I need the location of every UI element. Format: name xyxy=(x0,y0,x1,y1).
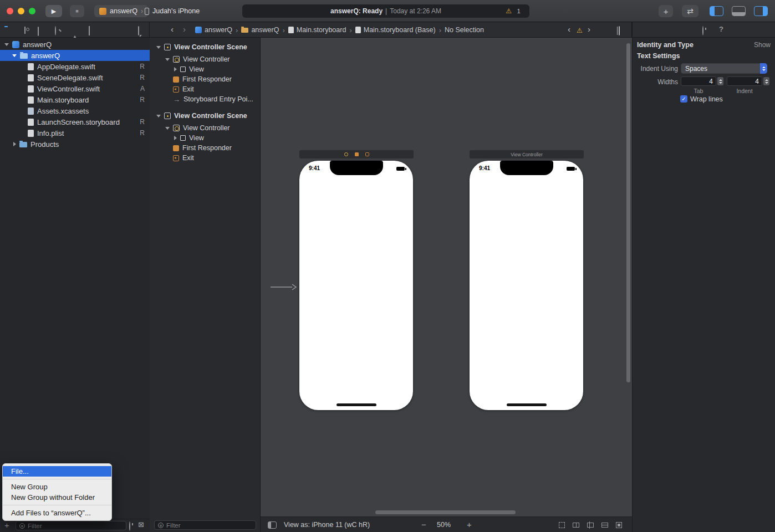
disclosure-closed-icon[interactable] xyxy=(174,136,177,140)
outline-view[interactable]: View xyxy=(150,133,261,143)
editor-layout-button[interactable]: ⇄ xyxy=(682,5,698,17)
menu-item-new-file[interactable]: File... xyxy=(3,466,111,477)
outline-view[interactable]: View xyxy=(150,64,261,74)
disclosure-open-icon[interactable] xyxy=(165,58,170,61)
outline-view-controller[interactable]: View Controller xyxy=(150,123,261,133)
breadcrumb-file-base[interactable]: Main.storyboard (Base) xyxy=(355,26,436,34)
navigator-row-file[interactable]: Info.plist R xyxy=(0,127,150,139)
tab-width-stepper[interactable] xyxy=(717,77,723,85)
breadcrumb-project[interactable]: answerQ xyxy=(195,26,232,34)
view-controller-canvas-2[interactable]: 9:41 xyxy=(470,161,583,410)
navigator-row-file[interactable]: ViewController.swift A xyxy=(0,83,150,94)
stop-button[interactable]: ■ xyxy=(70,5,84,17)
navigator-row-products[interactable]: Products xyxy=(0,139,150,150)
indent-width-field[interactable]: 4 xyxy=(727,76,762,86)
scene-dock[interactable] xyxy=(299,150,414,158)
text-settings-header[interactable]: Text Settings xyxy=(637,52,680,60)
symbol-navigator-tab[interactable] xyxy=(38,27,39,35)
breadcrumb-group[interactable]: answerQ xyxy=(241,26,279,34)
navigator-row-file[interactable]: Main.storyboard R xyxy=(0,94,150,105)
view-as-button[interactable]: View as: iPhone 11 (wC hR) xyxy=(284,517,370,532)
disclosure-open-icon[interactable] xyxy=(156,46,161,49)
navigator-row-file[interactable]: LaunchScreen.storyboard R xyxy=(0,116,150,127)
warning-count[interactable]: 1 xyxy=(517,8,521,14)
add-editor-button[interactable] xyxy=(619,27,620,35)
navigator-row-project[interactable]: answerQ xyxy=(0,39,150,50)
zoom-window-button[interactable] xyxy=(29,8,35,14)
breadcrumb-selection[interactable]: No Selection xyxy=(445,26,484,34)
resolve-auto-layout-icon[interactable] xyxy=(616,522,622,528)
disclosure-closed-icon[interactable] xyxy=(13,142,16,146)
close-window-button[interactable] xyxy=(7,8,13,14)
menu-item-add-files[interactable]: Add Files to “answerQ”... xyxy=(3,508,111,518)
previous-issue-button[interactable]: ‹ xyxy=(568,24,570,34)
vertical-scrollbar[interactable] xyxy=(626,43,630,382)
first-responder-icon[interactable] xyxy=(355,152,359,156)
zoom-in-button[interactable]: + xyxy=(467,517,472,532)
source-control-filter-button[interactable]: ⊠ xyxy=(138,520,144,529)
outline-entry-point[interactable]: → Storyboard Entry Poi... xyxy=(150,94,261,104)
history-inspector-tab[interactable] xyxy=(702,27,703,35)
run-destination-selector[interactable]: Judah's iPhone xyxy=(140,5,205,17)
zoom-out-button[interactable]: − xyxy=(421,517,426,532)
next-issue-button[interactable]: › xyxy=(588,24,590,34)
indent-using-dropdown[interactable]: Spaces xyxy=(681,63,767,74)
navigator-row-file[interactable]: Assets.xcassets xyxy=(0,105,150,116)
disclosure-closed-icon[interactable] xyxy=(174,67,177,71)
navigator-row-group-selected[interactable]: answerQ xyxy=(0,50,150,61)
navigator-filter-input[interactable]: Filter xyxy=(16,521,126,530)
forward-button[interactable]: › xyxy=(183,24,186,34)
tab-width-field[interactable]: 4 xyxy=(681,76,716,86)
wrap-lines-checkbox[interactable]: ✓ xyxy=(680,95,687,103)
minimize-window-button[interactable] xyxy=(18,8,24,14)
align-icon[interactable] xyxy=(587,523,594,528)
update-frames-icon[interactable] xyxy=(559,522,565,528)
scene-dock[interactable]: View Controller xyxy=(470,150,584,158)
storyboard-canvas[interactable]: 9:41 View Controller 9:41 View as: iPhon… xyxy=(261,38,632,532)
identity-and-type-header[interactable]: Identity and Type xyxy=(637,41,694,49)
outline-exit[interactable]: Exit xyxy=(150,84,261,94)
warning-icon[interactable]: ⚠ xyxy=(506,8,512,14)
exit-icon[interactable] xyxy=(365,152,369,156)
navigator-row-file[interactable]: SceneDelegate.swift R xyxy=(0,72,150,83)
find-navigator-tab[interactable] xyxy=(55,27,56,35)
outline-exit[interactable]: Exit xyxy=(150,153,261,163)
document-outline-toggle-button[interactable] xyxy=(268,521,277,529)
zoom-level[interactable]: 50% xyxy=(437,517,451,532)
menu-item-new-group-without-folder[interactable]: New Group without Folder xyxy=(3,492,111,503)
outline-scene-header[interactable]: View Controller Scene xyxy=(150,42,261,52)
disclosure-open-icon[interactable] xyxy=(165,127,170,130)
toggle-inspectors-button[interactable] xyxy=(754,6,768,16)
outline-view-controller[interactable]: View Controller xyxy=(150,54,261,64)
stepper-icon[interactable] xyxy=(760,63,767,74)
outline-first-responder[interactable]: First Responder xyxy=(150,143,261,153)
toggle-navigator-button[interactable] xyxy=(710,6,723,16)
outline-scene-header[interactable]: View Controller Scene xyxy=(150,111,261,121)
disclosure-open-icon[interactable] xyxy=(4,43,9,46)
breadcrumb-file[interactable]: Main.storyboard xyxy=(288,26,346,34)
test-navigator-tab[interactable] xyxy=(89,27,90,35)
view-controller-canvas-1[interactable]: 9:41 xyxy=(299,161,413,410)
outline-filter-input[interactable]: Filter xyxy=(154,520,256,530)
view-controller-icon[interactable] xyxy=(344,152,348,156)
toggle-debug-area-button[interactable] xyxy=(732,6,746,16)
show-button[interactable]: Show xyxy=(754,41,771,49)
navigator-row-file[interactable]: AppDelegate.swift R xyxy=(0,61,150,72)
recent-files-filter-button[interactable] xyxy=(129,522,130,530)
library-button[interactable]: + xyxy=(659,5,673,17)
outline-first-responder[interactable]: First Responder xyxy=(150,74,261,84)
embed-in-stack-icon[interactable] xyxy=(573,523,579,528)
back-button[interactable]: ‹ xyxy=(171,24,174,34)
report-navigator-tab[interactable] xyxy=(138,27,139,35)
issue-warning-icon[interactable]: ⚠ xyxy=(577,26,583,34)
quick-help-inspector-tab[interactable]: ? xyxy=(719,25,723,33)
indent-width-stepper[interactable] xyxy=(763,77,769,85)
menu-item-new-group[interactable]: New Group xyxy=(3,482,111,492)
horizontal-scrollbar[interactable] xyxy=(375,510,516,514)
run-button[interactable]: ▶ xyxy=(45,5,62,17)
disclosure-open-icon[interactable] xyxy=(12,54,17,57)
issue-navigator-tab[interactable] xyxy=(72,27,78,35)
add-item-button[interactable]: + xyxy=(4,520,9,530)
add-constraints-icon[interactable] xyxy=(601,523,608,528)
disclosure-open-icon[interactable] xyxy=(156,115,161,117)
